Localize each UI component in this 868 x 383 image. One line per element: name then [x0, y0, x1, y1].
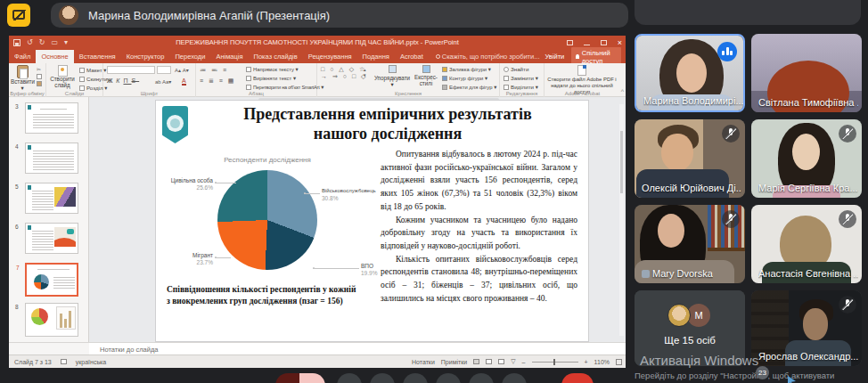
quick-styles-button[interactable]: Експрес-стилі	[412, 65, 440, 86]
paste-button[interactable]: Вставити▾	[11, 65, 34, 91]
tab-slideshow[interactable]: Показ слайдів	[249, 50, 303, 63]
present-button[interactable]	[436, 373, 461, 383]
tab-home[interactable]: Основне	[36, 50, 73, 63]
collapse-ribbon-icon[interactable]: ^	[621, 88, 624, 94]
participant-tile-8[interactable]: Ярослав Олександр...	[751, 290, 862, 366]
tab-animations[interactable]: Анімація	[210, 50, 248, 63]
presenting-indicator-chip[interactable]	[7, 4, 30, 27]
camera-button[interactable]	[337, 373, 362, 383]
leave-call-button[interactable]	[561, 373, 594, 383]
emoji-button[interactable]	[403, 373, 428, 383]
mic-off-icon	[839, 296, 856, 314]
shapes-gallery[interactable]: □ ○ △ ◇ ☆→ ⇒ ○ □ ◇	[321, 66, 367, 80]
shape-effects-button[interactable]: Ефекти для фігур ▾	[442, 84, 496, 90]
more-participants-label: Ще 15 осіб	[635, 335, 745, 346]
notes-pane[interactable]: Нотатки до слайда	[89, 342, 626, 354]
font-style-buttons[interactable]: ЖКПS	[107, 77, 139, 84]
layout-button[interactable]: Макет ▾	[79, 67, 106, 73]
text-direction-button[interactable]: Напрямок тексту ▾	[246, 66, 299, 72]
tab-review[interactable]: Рецензування	[303, 50, 357, 63]
zoom-out-button[interactable]: –	[522, 359, 526, 365]
thumbnail-slide-5[interactable]: 5	[25, 183, 78, 214]
shape-fill-button[interactable]: Заливка фігури ▾	[442, 66, 491, 72]
mic-button[interactable]	[275, 373, 325, 383]
find-button[interactable]: Знайти	[504, 66, 528, 72]
smartart-button[interactable]: Перетворити на об'єкт SmartArt ▾	[246, 84, 323, 90]
slide-thumbnail-panel[interactable]: 3 4 5 6 7	[9, 97, 89, 342]
presenter-avatar	[59, 5, 78, 25]
arrange-button[interactable]: Упорядкувати▾	[373, 65, 412, 87]
tab-view[interactable]: Подання	[357, 50, 395, 63]
participant-tile-5[interactable]: Mary Dvorska	[635, 205, 745, 283]
mic-off-icon	[839, 125, 856, 143]
text-shadow-case-buttons[interactable]: ab Aa▾	[155, 78, 171, 85]
tab-transitions[interactable]: Переходи	[169, 50, 210, 63]
select-button[interactable]: Виділити ▾	[504, 84, 538, 90]
tab-file[interactable]: Файл	[9, 50, 36, 63]
grow-shrink-font-buttons[interactable]: А▴ А▾	[175, 67, 189, 73]
pie-label-civilian: Цивільна особа 25.6%	[165, 177, 213, 192]
presentation-tile-header[interactable]: Марина Володимирівна Агапій (Презентація…	[51, 3, 628, 28]
tab-insert[interactable]: Вставлення	[74, 50, 121, 63]
notes-toggle[interactable]: Нотатки	[412, 359, 435, 365]
participant-tile-3[interactable]: Олексій Юрійович Ді...	[635, 119, 745, 198]
comments-toggle[interactable]: Примітки	[441, 359, 467, 365]
format-painter-icon[interactable]	[37, 81, 42, 86]
font-color-button[interactable]: А	[182, 77, 186, 86]
ppt-title-bar: ↺ ↻ ▭ ▾ ПЕРЕЖИВАННЯ ПОЧУТТЯ САМОТНОСТІ У…	[9, 36, 626, 50]
minimize-button[interactable]	[584, 45, 590, 45]
slideshow-view-icon[interactable]: ▽	[511, 358, 515, 365]
zoom-in-button[interactable]: +	[585, 359, 588, 365]
reading-view-icon[interactable]	[498, 359, 504, 364]
shapes-scroll[interactable]: ▴▾	[364, 67, 366, 77]
participant-tile-1[interactable]: Марина Володимирі...	[635, 34, 745, 112]
raise-hand-button[interactable]	[469, 373, 494, 383]
pdf-icon	[577, 65, 586, 76]
tab-acrobat[interactable]: Acrobat	[395, 50, 429, 63]
name-avatar-icon	[642, 270, 650, 278]
participant-name: Світлана Тимофіївна ...	[758, 97, 858, 108]
thumbnail-slide-4[interactable]: 4	[25, 143, 78, 174]
normal-view-icon[interactable]	[473, 359, 479, 364]
align-buttons[interactable]: ≡ ≣ ≡ ▦	[200, 77, 235, 85]
clipboard-small-buttons[interactable]: ✂	[37, 66, 42, 86]
cut-icon[interactable]: ✂	[37, 66, 42, 72]
ribbon-options-button[interactable]	[567, 40, 573, 45]
shape-outline-button[interactable]: Контур фігури ▾	[442, 75, 487, 81]
tell-me-box[interactable]: Скажіть, що потрібно зробити...	[429, 50, 545, 63]
slide-body-text: Опитування відбувалось в лютому 2024 р. …	[381, 148, 577, 306]
pie-chart	[217, 170, 317, 270]
language-indicator[interactable]: українська	[76, 359, 106, 365]
thumbnail-slide-8[interactable]: 8	[25, 303, 78, 337]
slide-7[interactable]: Представлення емпіричних результатів наш…	[156, 101, 588, 341]
restore-button[interactable]	[601, 40, 607, 45]
participant-tile-4[interactable]: Марія Сергіївна Кра...	[751, 119, 862, 198]
slide-sorter-icon[interactable]	[486, 359, 492, 364]
copy-icon[interactable]	[37, 74, 42, 79]
vertical-scrollbar[interactable]	[619, 104, 624, 336]
spellcheck-icon[interactable]	[61, 359, 67, 364]
zoom-slider[interactable]	[532, 362, 578, 363]
sign-in-button[interactable]: Увійти	[545, 53, 565, 61]
chart-title: Респонденти дослідження	[196, 156, 339, 164]
align-text-button[interactable]: Вирівняти текст ▾	[246, 75, 296, 81]
font-name-box[interactable]	[107, 66, 155, 74]
new-slide-button[interactable]: Створити слайд	[48, 65, 77, 89]
close-button[interactable]: ×	[618, 39, 622, 47]
thumbnail-slide-6[interactable]: 6	[25, 223, 78, 254]
thumbnail-slide-3[interactable]: 3	[25, 102, 78, 134]
more-options-button[interactable]	[502, 373, 527, 383]
participant-tile-2[interactable]: Світлана Тимофіївна ...	[751, 34, 862, 112]
zoom-level[interactable]: 110%	[594, 359, 610, 365]
list-buttons[interactable]: ≔ ≕ ≡	[200, 67, 228, 74]
group-font: А▴ А▾ ЖКПS ab Aa▾ А Шрифт	[103, 63, 196, 97]
captions-button[interactable]	[370, 373, 395, 383]
replace-button[interactable]: Замінити ▾	[504, 75, 538, 81]
group-editing: Знайти Замінити ▾ Виділити ▾ Редагування	[500, 63, 545, 97]
ribbon-tab-strip: Файл Основне Вставлення Конструктор Пере…	[9, 50, 626, 63]
tab-design[interactable]: Конструктор	[121, 50, 170, 63]
font-size-box[interactable]	[157, 66, 171, 74]
participant-tile-6[interactable]: Анастасія Євгенівна ...	[751, 205, 862, 283]
fit-slide-icon[interactable]	[616, 359, 622, 365]
thumbnail-slide-7-selected[interactable]: 7	[25, 263, 78, 297]
